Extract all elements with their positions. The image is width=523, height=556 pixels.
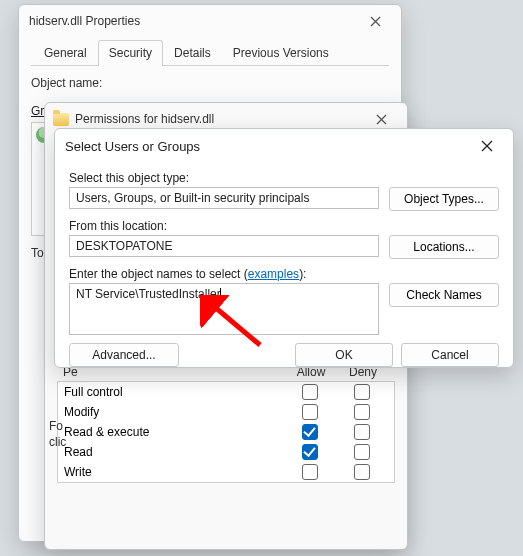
tab-details[interactable]: Details xyxy=(163,40,222,66)
allow-checkbox[interactable] xyxy=(302,424,318,440)
object-name-label: Object name: xyxy=(31,76,102,90)
perm-name: Read & execute xyxy=(64,425,284,439)
examples-link[interactable]: examples xyxy=(248,267,299,281)
deny-checkbox[interactable] xyxy=(354,384,370,400)
ok-button[interactable]: OK xyxy=(295,343,393,367)
perm-row: Write xyxy=(58,462,394,482)
perm-row: Read xyxy=(58,442,394,462)
object-names-label: Enter the object names to select (exampl… xyxy=(69,267,499,281)
allow-checkbox[interactable] xyxy=(302,464,318,480)
locations-button[interactable]: Locations... xyxy=(389,235,499,259)
permissions-table: Full control Modify Read & execute Read … xyxy=(57,381,395,483)
perm-row: Full control xyxy=(58,382,394,402)
special-permissions-hint: Fo clic xyxy=(49,419,81,450)
object-type-label: Select this object type: xyxy=(69,171,499,185)
deny-checkbox[interactable] xyxy=(354,444,370,460)
object-type-field: Users, Groups, or Built-in security prin… xyxy=(69,187,379,209)
object-name-row: Object name: xyxy=(31,76,389,90)
text-caret xyxy=(220,288,221,301)
select-titlebar: Select Users or Groups xyxy=(55,129,513,163)
close-icon[interactable] xyxy=(353,6,397,36)
allow-checkbox[interactable] xyxy=(302,384,318,400)
object-names-input[interactable]: NT Service\TrustedInstaller xyxy=(69,283,379,335)
allow-checkbox[interactable] xyxy=(302,404,318,420)
properties-tabs: General Security Details Previous Versio… xyxy=(31,39,389,66)
perm-name: Modify xyxy=(64,405,284,419)
advanced-button[interactable]: Advanced... xyxy=(69,343,179,367)
tab-security[interactable]: Security xyxy=(98,40,163,66)
perm-row: Read & execute xyxy=(58,422,394,442)
deny-checkbox[interactable] xyxy=(354,404,370,420)
location-field: DESKTOPATONE xyxy=(69,235,379,257)
properties-titlebar: hidserv.dll Properties xyxy=(19,5,401,37)
deny-checkbox[interactable] xyxy=(354,424,370,440)
tab-previous-versions[interactable]: Previous Versions xyxy=(222,40,340,66)
select-users-dialog: Select Users or Groups Select this objec… xyxy=(54,128,514,368)
deny-checkbox[interactable] xyxy=(354,464,370,480)
perm-row: Modify xyxy=(58,402,394,422)
close-icon[interactable] xyxy=(465,131,509,161)
permissions-title: Permissions for hidserv.dll xyxy=(75,112,359,126)
folder-icon xyxy=(53,113,69,126)
cancel-button[interactable]: Cancel xyxy=(401,343,499,367)
perm-name: Full control xyxy=(64,385,284,399)
object-names-value: NT Service\TrustedInstaller xyxy=(76,287,221,301)
tab-general[interactable]: General xyxy=(33,40,98,66)
properties-title: hidserv.dll Properties xyxy=(29,14,353,28)
check-names-button[interactable]: Check Names xyxy=(389,283,499,307)
object-types-button[interactable]: Object Types... xyxy=(389,187,499,211)
change-permissions-hint: To xyxy=(31,246,44,260)
allow-checkbox[interactable] xyxy=(302,444,318,460)
select-title: Select Users or Groups xyxy=(65,139,465,154)
location-label: From this location: xyxy=(69,219,499,233)
perm-name: Write xyxy=(64,465,284,479)
perm-name: Read xyxy=(64,445,284,459)
